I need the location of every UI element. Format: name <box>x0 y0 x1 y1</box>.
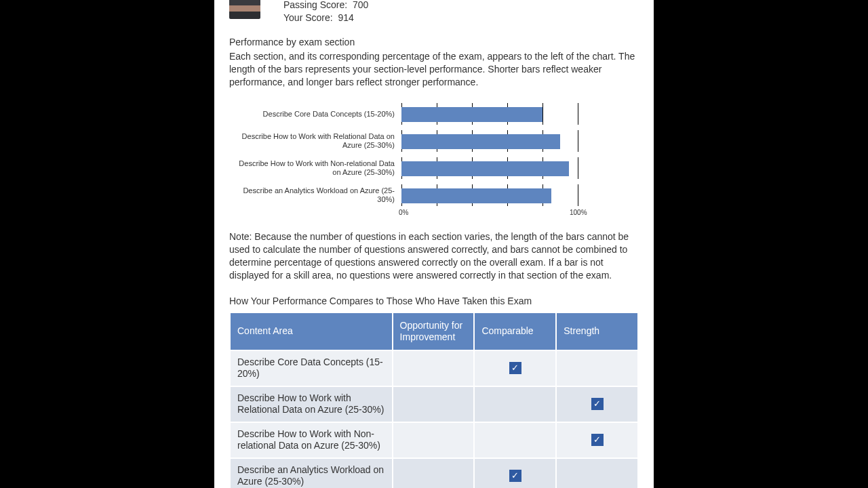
chart-row: Describe an Analytics Workload on Azure … <box>229 182 639 209</box>
check-icon: ✓ <box>591 398 604 410</box>
check-cell <box>393 387 474 422</box>
check-cell: ✓ <box>557 387 637 422</box>
check-cell: ✓ <box>475 351 555 386</box>
chart-plot-area <box>401 182 578 209</box>
check-cell: ✓ <box>557 423 637 458</box>
check-cell <box>393 351 474 386</box>
chart-category-label: Describe How to Work with Relational Dat… <box>229 132 401 150</box>
check-cell <box>393 423 474 458</box>
content-area-cell: Describe Core Data Concepts (15-20%) <box>231 351 392 386</box>
your-score-row: Your Score: 914 <box>283 12 368 24</box>
compare-title: How Your Performance Compares to Those W… <box>229 296 639 306</box>
chart-plot-area <box>401 155 578 182</box>
your-score-value: 914 <box>338 12 353 23</box>
passing-score-label: Passing Score: <box>283 0 347 10</box>
performance-title: Performance by exam section <box>229 37 639 47</box>
performance-chart: Describe Core Data Concepts (15-20%)Desc… <box>229 100 639 221</box>
passing-score-value: 700 <box>353 0 368 10</box>
chart-bar <box>401 188 551 203</box>
performance-note: Note: Because the number of questions in… <box>229 230 639 282</box>
table-header: Comparable <box>475 313 555 350</box>
check-cell <box>475 423 555 458</box>
candidate-header: Passing Score: 700 Your Score: 914 <box>229 0 639 24</box>
check-icon: ✓ <box>509 470 521 482</box>
chart-category-label: Describe Core Data Concepts (15-20%) <box>229 110 401 119</box>
passing-score-row: Passing Score: 700 <box>283 0 368 12</box>
axis-tick-max: 100% <box>570 209 587 216</box>
check-cell: ✓ <box>475 459 555 488</box>
check-icon: ✓ <box>509 362 521 374</box>
table-row: Describe How to Work with Relational Dat… <box>231 387 637 422</box>
chart-plot-area <box>401 100 578 127</box>
table-header: Opportunity for Improvement <box>393 313 474 350</box>
chart-row: Describe Core Data Concepts (15-20%) <box>229 100 639 127</box>
chart-axis: 0%100% <box>229 209 639 221</box>
check-icon: ✓ <box>591 434 604 446</box>
viewport: Passing Score: 700 Your Score: 914 Perfo… <box>0 0 868 488</box>
check-cell <box>557 351 637 386</box>
table-header: Strength <box>557 313 637 350</box>
score-report: Passing Score: 700 Your Score: 914 Perfo… <box>214 0 654 488</box>
chart-category-label: Describe How to Work with Non-relational… <box>229 159 401 177</box>
axis-tick-min: 0% <box>399 209 408 216</box>
chart-plot-area <box>401 127 578 155</box>
content-area-cell: Describe an Analytics Workload on Azure … <box>231 459 392 488</box>
chart-bar <box>401 161 569 176</box>
avatar <box>229 0 260 19</box>
content-area-cell: Describe How to Work with Relational Dat… <box>231 387 392 422</box>
check-cell <box>393 459 474 488</box>
check-cell <box>557 459 637 488</box>
table-header: Content Area <box>231 313 392 350</box>
chart-bar <box>401 107 542 122</box>
check-cell <box>475 387 555 422</box>
comparison-table: Content AreaOpportunity for ImprovementC… <box>229 312 639 488</box>
table-row: Describe How to Work with Non-relational… <box>231 423 637 458</box>
chart-category-label: Describe an Analytics Workload on Azure … <box>229 186 401 204</box>
performance-intro: Each section, and its corresponding perc… <box>229 50 639 89</box>
content-area-cell: Describe How to Work with Non-relational… <box>231 423 392 458</box>
chart-bar <box>401 134 560 149</box>
chart-row: Describe How to Work with Non-relational… <box>229 155 639 182</box>
your-score-label: Your Score: <box>283 12 333 23</box>
table-row: Describe an Analytics Workload on Azure … <box>231 459 637 488</box>
table-row: Describe Core Data Concepts (15-20%)✓ <box>231 351 637 386</box>
chart-row: Describe How to Work with Relational Dat… <box>229 127 639 155</box>
